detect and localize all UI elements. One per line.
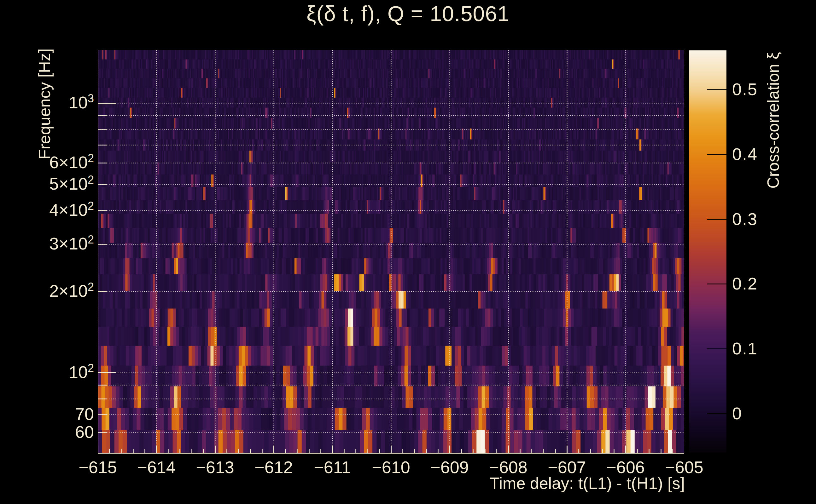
x-tick-label: −609 [430,457,469,477]
y-tick-label: 70 [75,405,94,422]
x-tick-label: −613 [196,457,234,477]
y-tick-label: 3×102 [49,235,94,252]
colorbar-tick-label: 0.2 [732,275,758,292]
colorbar-tick-label: 0.3 [732,210,758,227]
x-tick-label: −612 [255,457,293,477]
heatmap-canvas [98,50,684,454]
colorbar-tick-label: 0 [732,405,742,422]
x-tick-label: −605 [665,457,704,477]
y-tick-label: 5×102 [49,175,94,192]
x-tick-label: −607 [548,457,586,477]
x-tick-label: −611 [314,457,351,477]
y-tick-label: 102 [69,364,94,381]
colorbar-title: Cross-correlation ξ [764,52,783,189]
colorbar-tick-label: 0.4 [732,146,758,163]
chart-title: ξ(δ t, f), Q = 10.5061 [0,1,816,26]
y-tick-label: 4×102 [49,201,94,218]
x-tick-label: −606 [606,457,645,477]
x-tick-label: −610 [372,457,410,477]
colorbar [689,50,727,453]
y-tick-label: 6×102 [49,154,94,171]
colorbar-tick-label: 0.1 [732,340,758,357]
figure: ξ(δ t, f), Q = 10.5061 Frequency [Hz] Ti… [0,0,816,504]
y-tick-label: 60 [75,423,94,440]
y-axis-title: Frequency [Hz] [35,49,54,160]
y-tick-label: 103 [69,94,94,111]
colorbar-tick-label: 0.5 [732,81,758,98]
x-tick-label: −615 [78,457,117,477]
x-tick-label: −608 [489,457,527,477]
y-tick-label: 2×102 [49,282,94,299]
x-tick-label: −614 [137,457,175,477]
